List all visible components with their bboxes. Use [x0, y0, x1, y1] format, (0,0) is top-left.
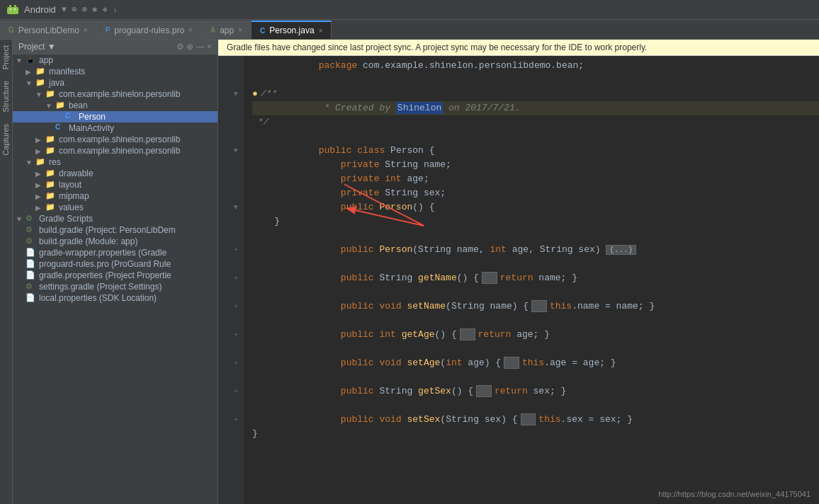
code-line-setsex: public void setSex(String sex) { this.se… — [252, 413, 819, 427]
top-bar-icons: ▼ ⊕ ⊛ ✱ ❖ ↓ — [62, 4, 118, 15]
tab-proguard[interactable]: P proguard-rules.pro × — [97, 21, 202, 39]
gutter-line — [218, 186, 244, 200]
gutter-line — [218, 285, 244, 299]
tree-item-manifests[interactable]: ▶ 📁 manifests — [13, 66, 218, 77]
code-lines: package com.example.shinelon.personlibde… — [244, 56, 819, 504]
gutter-line — [218, 214, 244, 229]
tree-label: build.gradle (Project: PersonLibDem — [39, 225, 176, 235]
android-logo — [6, 3, 20, 17]
tree-label: com.example.shinelon.personlib — [59, 89, 180, 99]
gutter-line — [218, 229, 244, 243]
tree-item-drawable[interactable]: ▶ 📁 drawable — [13, 168, 218, 179]
folder-icon: 📁 — [45, 89, 57, 99]
side-label-project[interactable]: Project — [0, 40, 12, 75]
tree-label: com.example.shinelon.personlib — [59, 146, 180, 156]
tree-item-java[interactable]: ▼ 📁 java — [13, 77, 218, 88]
tree-item-layout[interactable]: ▶ 📁 layout — [13, 179, 218, 190]
tree-label: app — [39, 55, 53, 65]
code-line-setname: public void setName(String name) { this.… — [252, 299, 819, 314]
side-label-captures[interactable]: Captures — [0, 118, 12, 161]
arrow-mipmap: ▶ — [35, 193, 45, 200]
tree-item-build2[interactable]: ⚙ build.gradle (Module: app) — [13, 236, 218, 247]
gutter-line — [218, 172, 244, 186]
arrow-app: ▼ — [16, 57, 26, 64]
arrow-manifests: ▶ — [26, 68, 35, 76]
props-icon: 📄 — [26, 270, 37, 280]
gutter-line — [218, 427, 244, 441]
folder-icon: 📁 — [45, 134, 57, 144]
arrow-java: ▼ — [26, 79, 35, 87]
arrow-values: ▶ — [35, 204, 45, 212]
svg-rect-0 — [7, 7, 18, 14]
code-line-constructor-full: public Person(String name, int age, Stri… — [252, 243, 819, 257]
tree-label: mipmap — [59, 191, 89, 201]
code-line-constructor-default: public Person() { — [252, 200, 819, 214]
code-line-getsex: public String getSex() { return sex; } — [252, 384, 819, 399]
gutter-line: + — [218, 413, 244, 427]
tree-item-bean[interactable]: ▼ 📁 bean — [13, 100, 218, 111]
gutter-line: + — [218, 384, 244, 399]
line-numbers: ▼ ▼ ▼ + + + + + + — [218, 56, 244, 504]
tree-label: proguard-rules.pro (ProGuard Rule — [39, 259, 171, 269]
side-label-structure[interactable]: Structure — [0, 75, 12, 118]
side-labels: Project Structure Captures — [0, 40, 13, 504]
tab-personlibdemo[interactable]: G PersonLibDemo × — [0, 21, 97, 39]
tree-item-mainactivity[interactable]: C MainActivity — [13, 122, 218, 134]
gradle-file-icon: ⚙ — [26, 225, 37, 235]
props-icon: 📄 — [26, 293, 37, 303]
tree-item-package3[interactable]: ▶ 📁 com.example.shinelon.personlib — [13, 145, 218, 156]
folder-icon: 📁 — [45, 146, 57, 156]
tree-label: values — [59, 202, 84, 212]
gutter-line: ▼ — [218, 200, 244, 214]
top-bar-title: Android — [24, 4, 56, 15]
tab-person-java[interactable]: C Person.java × — [252, 21, 332, 39]
folder-icon: 📁 — [35, 78, 47, 88]
tree-item-package1[interactable]: ▼ 📁 com.example.shinelon.personlib — [13, 88, 218, 100]
folder-icon: 📁 — [45, 202, 57, 212]
tree-item-settings[interactable]: ⚙ settings.gradle (Project Settings) — [13, 281, 218, 292]
gutter-line — [218, 257, 244, 271]
gutter-line — [218, 370, 244, 384]
top-bar: Android ▼ ⊕ ⊛ ✱ ❖ ↓ — [0, 0, 819, 20]
arrow-package3: ▶ — [35, 147, 45, 155]
gradle-file-icon: ⚙ — [26, 282, 37, 292]
arrow-layout: ▶ — [35, 181, 45, 189]
svg-rect-2 — [14, 5, 16, 8]
code-line-getage: public int getAge() { return age; } — [252, 328, 819, 342]
tree-item-localprops[interactable]: 📄 local.properties (SDK Location) — [13, 292, 218, 304]
gutter-line: + — [218, 299, 244, 314]
gutter-line — [218, 342, 244, 356]
tree-item-values[interactable]: ▶ 📁 values — [13, 202, 218, 213]
svg-point-4 — [14, 8, 16, 10]
tab-app[interactable]: A app × — [202, 21, 252, 39]
code-line-comment-created: * Created by Shinelon on 2017/7/21. — [252, 101, 819, 115]
tree-item-gradlewrapper[interactable]: 📄 gradle-wrapper.properties (Gradle — [13, 247, 218, 258]
tree-label: local.properties (SDK Location) — [39, 293, 157, 303]
tree-item-app[interactable]: ▼ 📱 app — [13, 55, 218, 66]
tree-item-gradle-scripts[interactable]: ▼ ⚙ Gradle Scripts — [13, 213, 218, 224]
folder-icon: 📁 — [45, 191, 57, 201]
tree-item-person[interactable]: C Person — [13, 111, 218, 122]
gutter-line: + — [218, 328, 244, 342]
tree-label: settings.gradle (Project Settings) — [39, 282, 162, 292]
tree-item-proguard[interactable]: 📄 proguard-rules.pro (ProGuard Rule — [13, 258, 218, 270]
class-icon-main: C — [55, 123, 67, 133]
arrow-drawable: ▶ — [35, 170, 45, 178]
res-icon: 📁 — [35, 157, 47, 167]
props-icon: 📄 — [26, 259, 37, 269]
tree-label: layout — [59, 180, 81, 190]
tree-label: gradle-wrapper.properties (Gradle — [39, 248, 166, 258]
tree-item-mipmap[interactable]: ▶ 📁 mipmap — [13, 190, 218, 202]
tree-item-package2[interactable]: ▶ 📁 com.example.shinelon.personlib — [13, 134, 218, 145]
gutter-line — [218, 130, 244, 144]
tree-item-res[interactable]: ▼ 📁 res — [13, 156, 218, 168]
code-container: ▼ ▼ ▼ + + + + + + — [218, 56, 819, 504]
gutter-line — [218, 314, 244, 328]
editor-area[interactable]: Gradle files have changed since last pro… — [218, 40, 819, 504]
tree-item-build1[interactable]: ⚙ build.gradle (Project: PersonLibDem — [13, 224, 218, 236]
code-line-package: package com.example.shinelon.personlibde… — [252, 59, 819, 73]
folder-icon: 📁 — [35, 67, 47, 76]
tree-label: com.example.shinelon.personlib — [59, 134, 180, 144]
tree-label: drawable — [59, 168, 94, 178]
tree-item-gradleprops[interactable]: 📄 gradle.properties (Project Propertie — [13, 270, 218, 281]
